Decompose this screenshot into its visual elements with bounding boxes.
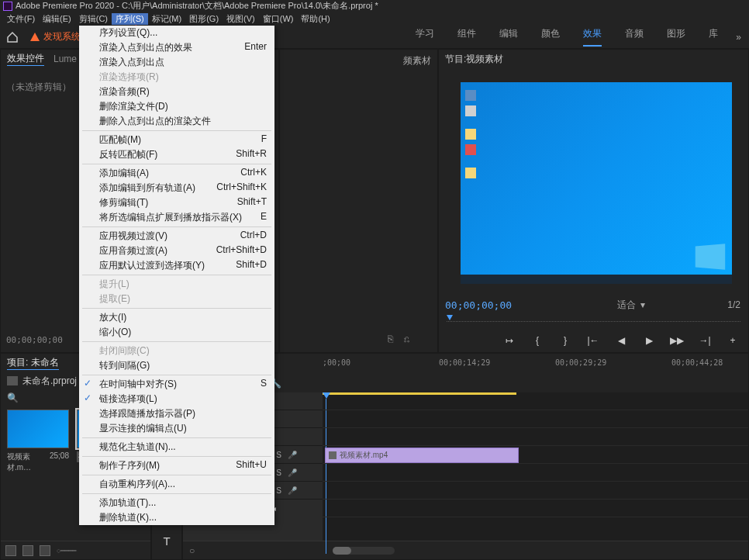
menu-item[interactable]: 渲染入点到出点的效果Enter bbox=[79, 40, 274, 55]
menu-item[interactable]: 应用音频过渡(A)Ctrl+Shift+D bbox=[79, 244, 274, 258]
menu-item[interactable]: ✓在时间轴中对齐(S)S bbox=[79, 377, 274, 392]
menu-item[interactable]: 添加编辑到所有轨道(A)Ctrl+Shift+K bbox=[79, 181, 274, 195]
tab-effect-controls[interactable]: 效果控件 bbox=[7, 52, 44, 66]
solo-icon[interactable]: S bbox=[276, 486, 281, 495]
workspace-tab-5[interactable]: 音频 bbox=[625, 27, 644, 47]
menu-5[interactable]: 图形(G) bbox=[185, 13, 223, 25]
track-area[interactable]: 视频素材.mp4 bbox=[323, 392, 748, 541]
menu-7[interactable]: 窗口(W) bbox=[259, 13, 298, 25]
solo-icon[interactable]: S bbox=[276, 451, 281, 459]
menu-item[interactable]: 添加轨道(T)... bbox=[79, 496, 274, 510]
menu-item[interactable]: 反转匹配帧(F)Shift+R bbox=[79, 147, 274, 162]
menu-item-label: 添加编辑到所有轨道(A) bbox=[99, 181, 195, 195]
transport-btn-4[interactable]: ◀ bbox=[615, 334, 627, 347]
menu-item[interactable]: 应用视频过渡(V)Ctrl+D bbox=[79, 229, 274, 244]
list-view-button[interactable] bbox=[5, 545, 16, 556]
menu-item[interactable]: 制作子序列(M)Shift+U bbox=[79, 458, 274, 473]
menu-4[interactable]: 标记(M) bbox=[148, 13, 186, 25]
workspace-tab-3[interactable]: 颜色 bbox=[541, 27, 560, 47]
menu-item: 封闭间隙(C) bbox=[79, 344, 274, 358]
voice-icon[interactable]: 🎤 bbox=[288, 468, 297, 477]
menu-item-label: 添加编辑(A) bbox=[99, 167, 149, 180]
menu-item-label: 删除轨道(K)... bbox=[99, 511, 157, 524]
separator bbox=[82, 164, 271, 164]
program-timecode[interactable]: 00;00;00;00 bbox=[445, 299, 512, 311]
workspace-tab-7[interactable]: 库 bbox=[709, 27, 718, 47]
src-overwrite-icon[interactable]: ⎌ bbox=[404, 334, 409, 344]
menu-item[interactable]: 删除轨道(K)... bbox=[79, 510, 274, 525]
menu-item[interactable]: 转到间隔(G) bbox=[79, 358, 274, 373]
transport-btn-2[interactable]: } bbox=[559, 334, 571, 347]
playhead-handle[interactable] bbox=[447, 315, 453, 320]
menu-1[interactable]: 编辑(E) bbox=[39, 13, 75, 25]
menu-item[interactable]: 删除入点到出点的渲染文件 bbox=[79, 114, 274, 129]
icon-view-button[interactable] bbox=[22, 545, 33, 556]
separator bbox=[82, 456, 271, 457]
separator bbox=[82, 493, 271, 494]
timeline-footer: ○ bbox=[183, 541, 748, 559]
transport-btn-8[interactable]: + bbox=[727, 334, 739, 347]
menu-item[interactable]: 应用默认过渡到选择项(Y)Shift+D bbox=[79, 258, 274, 273]
transport-btn-3[interactable]: |← bbox=[587, 334, 599, 347]
menu-item[interactable]: 选择跟随播放指示器(P) bbox=[79, 406, 274, 421]
transport-btn-0[interactable]: ↦ bbox=[503, 334, 516, 347]
workspace-tab-4[interactable]: 效果 bbox=[583, 27, 602, 47]
menu-3[interactable]: 序列(S) bbox=[112, 13, 148, 25]
menu-item-label: 渲染音频(R) bbox=[99, 85, 150, 99]
video-clip[interactable]: 视频素材.mp4 bbox=[325, 448, 519, 463]
type-tool[interactable]: T bbox=[158, 532, 175, 549]
fx-badge-icon bbox=[329, 451, 337, 459]
menu-item[interactable]: 显示连接的编辑点(U) bbox=[79, 421, 274, 436]
tab-lumetri[interactable]: Lume bbox=[54, 54, 77, 64]
preview-area[interactable] bbox=[439, 68, 748, 295]
project-item[interactable]: 视频素材.m…25;08 bbox=[7, 410, 69, 473]
zoom-scrollbar[interactable] bbox=[333, 547, 395, 555]
shortcut-label: Shift+T bbox=[237, 196, 267, 209]
solo-icon[interactable]: S bbox=[276, 468, 281, 477]
menu-item[interactable]: ✓链接选择项(L) bbox=[79, 392, 274, 406]
transport-btn-1[interactable]: { bbox=[531, 334, 544, 347]
menu-item[interactable]: 渲染音频(R) bbox=[79, 85, 274, 99]
timeline-ruler[interactable]: ;00;0000;00;14;2900;00;29;2900;00;44;28 bbox=[323, 358, 742, 369]
transport-btn-5[interactable]: ▶ bbox=[643, 334, 655, 347]
voice-icon[interactable]: 🎤 bbox=[288, 451, 297, 459]
menu-6[interactable]: 视图(V) bbox=[223, 13, 259, 25]
warning-banner[interactable]: 发现系统 bbox=[29, 30, 81, 43]
voice-icon[interactable]: 🎤 bbox=[288, 486, 297, 495]
menu-item[interactable]: 修剪编辑(T)Shift+T bbox=[79, 195, 274, 210]
project-tab[interactable]: 项目: 未命名 bbox=[7, 356, 59, 370]
separator bbox=[82, 375, 271, 375]
menu-8[interactable]: 帮助(H) bbox=[297, 13, 333, 25]
zoom-fit[interactable]: 适合 ▾ bbox=[617, 299, 645, 312]
transport-btn-6[interactable]: ▶▶ bbox=[671, 334, 683, 347]
menu-item[interactable]: 添加编辑(A)Ctrl+K bbox=[79, 166, 274, 181]
resolution-select[interactable]: 1/2 bbox=[727, 299, 740, 310]
workspace-tab-1[interactable]: 组件 bbox=[457, 27, 476, 47]
menu-item[interactable]: 自动重构序列(A)... bbox=[79, 477, 274, 492]
src-insert-icon[interactable]: ⎘ bbox=[388, 334, 393, 344]
menu-item[interactable]: 序列设置(Q)... bbox=[79, 26, 274, 40]
menu-item[interactable]: 将所选编辑点扩展到播放指示器(X)E bbox=[79, 210, 274, 225]
freeform-view-button[interactable] bbox=[40, 545, 50, 556]
overflow-icon[interactable]: » bbox=[736, 32, 741, 43]
transport-controls: ↦{}|←◀▶▶▶→|+ bbox=[439, 329, 748, 352]
title-bar: Adobe Premiere Pro 2020 - C:\用户\Administ… bbox=[0, 0, 749, 12]
workspace-tab-0[interactable]: 学习 bbox=[416, 27, 434, 47]
menu-item[interactable]: 规范化主轨道(N)... bbox=[79, 440, 274, 455]
menu-item[interactable]: 放大(I) bbox=[79, 310, 274, 325]
menu-item[interactable]: 匹配帧(M)F bbox=[79, 133, 274, 147]
menu-item[interactable]: 渲染入点到出点 bbox=[79, 55, 274, 70]
workspace-tab-6[interactable]: 图形 bbox=[667, 27, 685, 47]
expand-icon[interactable]: ○ bbox=[189, 545, 195, 556]
menu-item[interactable]: 删除渲染文件(D) bbox=[79, 99, 274, 114]
workspace-tab-2[interactable]: 编辑 bbox=[499, 27, 518, 47]
menu-item[interactable]: 缩小(O) bbox=[79, 325, 274, 340]
menu-2[interactable]: 剪辑(C) bbox=[75, 13, 112, 25]
program-ruler[interactable] bbox=[439, 315, 748, 329]
menu-0[interactable]: 文件(F) bbox=[3, 13, 39, 25]
app-icon bbox=[3, 2, 12, 11]
transport-btn-7[interactable]: →| bbox=[699, 334, 711, 347]
home-icon[interactable] bbox=[6, 31, 19, 43]
menu-item-label: 显示连接的编辑点(U) bbox=[99, 422, 187, 435]
menu-item-label: 应用默认过渡到选择项(Y) bbox=[99, 259, 205, 272]
